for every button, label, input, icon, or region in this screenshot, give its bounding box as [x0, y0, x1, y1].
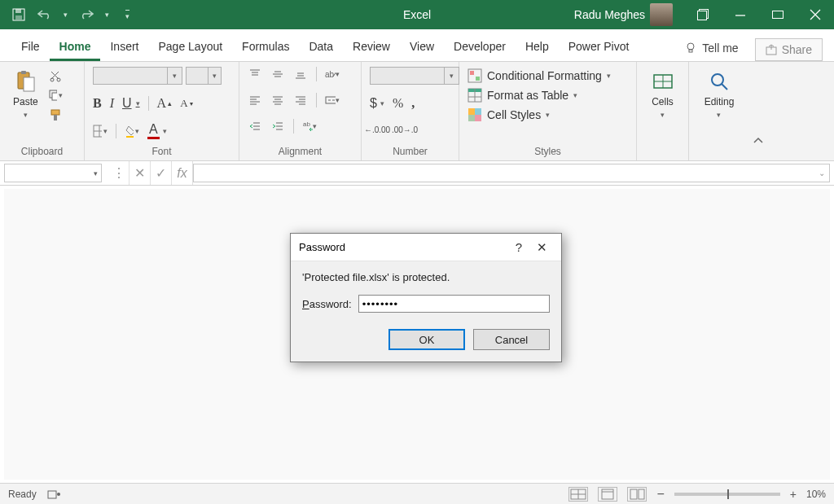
currency-button[interactable]: $▾ — [370, 96, 384, 111]
undo-dropdown-icon[interactable]: ▾ — [64, 11, 68, 19]
font-name-combo[interactable]: ▾ — [93, 67, 182, 85]
tab-review[interactable]: Review — [343, 33, 400, 61]
italic-button[interactable]: I — [110, 96, 114, 111]
editing-button[interactable]: Editing ▾ — [700, 67, 740, 122]
grow-font-icon[interactable]: A▴ — [157, 96, 173, 111]
font-size-combo[interactable]: ▾ — [186, 67, 222, 85]
wrap-text-icon[interactable]: ab▾ — [302, 119, 317, 134]
group-label-font: Font — [93, 144, 230, 157]
share-icon — [766, 44, 777, 55]
number-format-combo[interactable]: ▾ — [370, 67, 459, 85]
share-label: Share — [782, 43, 812, 56]
cell-styles-button[interactable]: Cell Styles ▾ — [467, 107, 611, 122]
decrease-decimal-icon[interactable]: .00→.0 — [397, 122, 412, 137]
tab-page-layout[interactable]: Page Layout — [148, 33, 232, 61]
tab-developer[interactable]: Developer — [444, 33, 516, 61]
maximize-icon[interactable] — [759, 0, 797, 29]
undo-icon[interactable] — [37, 7, 52, 22]
group-label-clipboard: Clipboard — [8, 144, 76, 157]
format-painter-icon[interactable] — [48, 107, 63, 122]
tab-insert[interactable]: Insert — [100, 33, 148, 61]
formula-input[interactable]: ⌄ — [193, 164, 830, 182]
search-icon — [708, 70, 731, 93]
svg-rect-75 — [630, 489, 637, 499]
qat-customize-icon[interactable]: ▾ — [125, 10, 129, 20]
zoom-out-button[interactable]: − — [656, 487, 664, 502]
tab-file[interactable]: File — [11, 33, 50, 61]
insert-function-button[interactable]: fx — [172, 161, 193, 185]
decrease-indent-icon[interactable] — [248, 119, 262, 134]
percent-button[interactable]: % — [393, 96, 403, 111]
borders-icon[interactable]: ▾ — [93, 124, 108, 138]
align-left-icon[interactable] — [248, 93, 262, 107]
view-page-break-icon[interactable] — [627, 487, 647, 502]
copy-icon[interactable]: ▾ — [48, 88, 63, 103]
cancel-formula-icon[interactable]: ✕ — [129, 161, 151, 185]
name-box[interactable]: ▾ — [4, 164, 102, 182]
orientation-icon[interactable]: ab▾ — [325, 67, 340, 81]
enter-formula-icon[interactable]: ✓ — [151, 161, 172, 185]
tab-formulas[interactable]: Formulas — [232, 33, 299, 61]
cancel-button[interactable]: Cancel — [473, 329, 550, 350]
paste-dropdown-icon[interactable]: ▾ — [24, 111, 28, 119]
shrink-font-icon[interactable]: A▾ — [180, 97, 192, 110]
redo-icon[interactable] — [79, 7, 94, 22]
fb-dots-icon[interactable]: ⋮ — [108, 161, 129, 185]
zoom-slider[interactable] — [674, 493, 780, 496]
view-page-layout-icon[interactable] — [598, 487, 617, 502]
password-input[interactable] — [358, 295, 550, 313]
collapse-ribbon-icon[interactable] — [753, 62, 764, 150]
view-normal-icon[interactable] — [568, 487, 588, 502]
zoom-level[interactable]: 10% — [806, 489, 826, 500]
group-font: ▾ ▾ B I U▾ A▴ A▾ ▾ ▾ A▾ Font — [85, 62, 239, 160]
comma-button[interactable]: , — [411, 96, 415, 111]
align-middle-icon[interactable] — [270, 67, 285, 81]
redo-dropdown-icon[interactable]: ▾ — [105, 11, 109, 19]
macro-record-icon[interactable] — [46, 487, 61, 502]
svg-rect-68 — [48, 491, 56, 498]
increase-decimal-icon[interactable]: ←.0.00 — [370, 122, 384, 137]
tell-me[interactable]: Tell me — [674, 35, 748, 61]
align-bottom-icon[interactable] — [293, 67, 308, 81]
tab-home[interactable]: Home — [50, 33, 101, 61]
password-dialog: Password ? ✕ 'Protected file.xlsx' is pr… — [290, 233, 562, 362]
close-icon[interactable] — [797, 0, 834, 29]
avatar[interactable] — [650, 3, 673, 26]
fill-color-icon[interactable]: ▾ — [125, 124, 139, 138]
title-bar: ▾ ▾ ▾ Excel Radu Meghes — [0, 0, 834, 29]
dialog-help-button[interactable]: ? — [507, 240, 530, 254]
font-color-icon[interactable]: A▾ — [147, 122, 167, 139]
cells-button[interactable]: Cells ▾ — [647, 67, 679, 122]
tab-power-pivot[interactable]: Power Pivot — [559, 33, 639, 61]
format-as-table-button[interactable]: Format as Table ▾ — [467, 88, 611, 103]
svg-rect-2 — [15, 15, 22, 20]
format-table-icon — [467, 88, 482, 103]
merge-center-icon[interactable]: ▾ — [325, 93, 340, 107]
ribbon-mode-icon[interactable] — [684, 0, 722, 29]
save-icon[interactable] — [11, 7, 26, 22]
conditional-formatting-button[interactable]: Conditional Formatting ▾ — [467, 68, 611, 83]
status-ready: Ready — [8, 489, 37, 500]
increase-indent-icon[interactable] — [270, 119, 285, 134]
editing-label: Editing — [705, 96, 735, 107]
ok-button[interactable]: OK — [388, 329, 465, 350]
cut-icon[interactable] — [48, 68, 63, 83]
align-top-icon[interactable] — [248, 67, 262, 81]
share-button[interactable]: Share — [755, 38, 823, 61]
svg-line-67 — [722, 84, 727, 90]
minimize-icon[interactable] — [722, 0, 759, 29]
bold-button[interactable]: B — [93, 96, 102, 111]
zoom-in-button[interactable]: + — [790, 488, 797, 501]
underline-button[interactable]: U▾ — [122, 96, 140, 111]
align-center-icon[interactable] — [270, 93, 285, 107]
align-right-icon[interactable] — [293, 93, 308, 107]
dialog-close-button[interactable]: ✕ — [530, 240, 553, 255]
user-name[interactable]: Radu Meghes — [574, 8, 645, 21]
tab-data[interactable]: Data — [299, 33, 343, 61]
tab-view[interactable]: View — [400, 33, 444, 61]
expand-formula-icon[interactable]: ⌄ — [814, 169, 829, 177]
name-box-dropdown-icon[interactable]: ▾ — [94, 169, 98, 177]
paste-button[interactable]: Paste ▾ — [8, 67, 43, 122]
svg-rect-21 — [126, 136, 134, 138]
tab-help[interactable]: Help — [516, 33, 559, 61]
